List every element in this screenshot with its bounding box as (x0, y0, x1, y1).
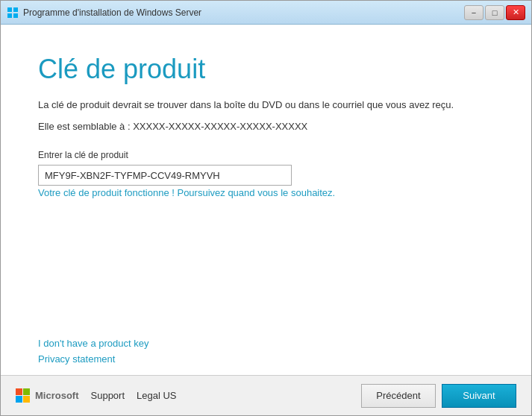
title-bar: Programme d'installation de Windows Serv… (1, 1, 531, 25)
bottom-nav-links: Support Legal US (91, 390, 362, 401)
window-controls: − □ ✕ (464, 5, 525, 20)
ms-square-green (23, 388, 30, 395)
footer-links: I don't have a product key Privacy state… (1, 330, 531, 375)
description-text: La clé de produit devrait se trouver dan… (38, 98, 494, 113)
microsoft-label: Microsoft (35, 390, 79, 401)
ms-square-blue (16, 396, 22, 403)
legal-link[interactable]: Legal US (137, 390, 176, 401)
no-key-link[interactable]: I don't have a product key (38, 338, 148, 349)
main-content: Clé de produit La clé de produit devrait… (1, 25, 531, 330)
ms-squares-icon (16, 388, 31, 403)
svg-rect-1 (13, 7, 18, 12)
ms-square-red (16, 388, 22, 395)
bottom-bar: Microsoft Support Legal US Précédent Sui… (1, 375, 531, 415)
svg-rect-0 (7, 7, 12, 12)
content-area: Clé de produit La clé de produit devrait… (1, 25, 531, 375)
prev-button[interactable]: Précédent (361, 384, 436, 408)
window-title: Programme d'installation de Windows Serv… (23, 7, 464, 18)
support-link[interactable]: Support (91, 390, 125, 401)
window: Programme d'installation de Windows Serv… (0, 0, 532, 416)
microsoft-logo: Microsoft (16, 388, 79, 403)
success-message[interactable]: Votre clé de produit fonctionne ! Poursu… (38, 187, 335, 198)
example-key-text: Elle est semblable à : XXXXX-XXXXX-XXXXX… (38, 121, 494, 132)
input-label: Entrer la clé de produit (38, 150, 494, 160)
svg-rect-3 (13, 13, 18, 18)
privacy-link[interactable]: Privacy statement (38, 353, 115, 365)
window-icon (7, 7, 19, 19)
page-title: Clé de produit (38, 54, 494, 84)
ms-square-yellow (23, 396, 30, 403)
bottom-buttons: Précédent Suivant (361, 384, 516, 408)
product-key-input[interactable] (38, 165, 292, 186)
next-button[interactable]: Suivant (442, 384, 516, 408)
svg-rect-2 (7, 13, 12, 18)
close-button[interactable]: ✕ (506, 5, 525, 20)
minimize-button[interactable]: − (464, 5, 484, 20)
maximize-button[interactable]: □ (485, 5, 504, 20)
